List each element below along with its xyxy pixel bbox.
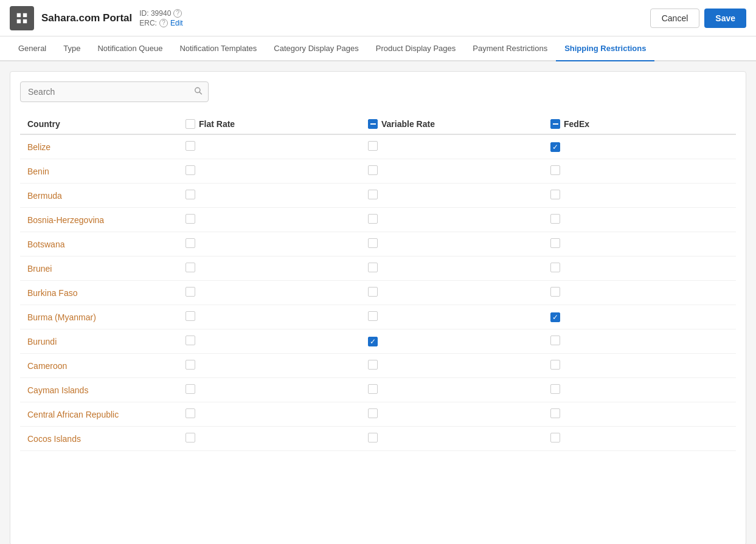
- tab-general[interactable]: General: [10, 36, 55, 61]
- fedex-select-all[interactable]: [550, 119, 560, 129]
- variable-rate-checkbox[interactable]: [368, 384, 378, 394]
- variable-rate-checkbox[interactable]: [368, 360, 378, 370]
- fedex-checkbox[interactable]: [550, 214, 560, 224]
- variable-rate-checkbox[interactable]: [368, 190, 378, 199]
- col-header-fedex: FedEx: [543, 114, 736, 134]
- col-header-variable-rate: Variable Rate: [361, 114, 543, 134]
- tab-category-display[interactable]: Category Display Pages: [265, 36, 367, 61]
- edit-link[interactable]: Edit: [170, 19, 183, 27]
- svg-rect-1: [23, 13, 27, 16]
- flat-rate-checkbox[interactable]: [186, 190, 195, 199]
- flat-rate-cell: [178, 281, 361, 305]
- search-icon: [194, 87, 203, 97]
- table-row: Benin: [20, 159, 736, 184]
- fedex-cell: [543, 354, 736, 378]
- search-box: [20, 81, 209, 102]
- variable-rate-select-all[interactable]: [368, 119, 378, 129]
- flat-rate-cell: [178, 257, 361, 281]
- erc-help-icon[interactable]: ?: [159, 19, 168, 27]
- fedex-cell: [543, 184, 736, 208]
- variable-rate-checkbox[interactable]: [368, 287, 378, 297]
- fedex-checkbox[interactable]: [550, 190, 560, 199]
- variable-rate-checkbox[interactable]: [368, 433, 378, 442]
- flat-rate-cell: [178, 184, 361, 208]
- variable-rate-checkbox[interactable]: [368, 141, 378, 151]
- shipping-restrictions-table: Country Flat Rate Variable Rate: [20, 114, 736, 451]
- portal-icon: [10, 6, 34, 30]
- flat-rate-checkbox[interactable]: [186, 384, 195, 394]
- flat-rate-checkbox[interactable]: [186, 433, 195, 442]
- flat-rate-select-all[interactable]: [186, 119, 195, 129]
- country-cell: Burma (Myanmar): [20, 305, 178, 329]
- fedex-cell: [543, 257, 736, 281]
- table-row: Botswana: [20, 232, 736, 257]
- tab-product-display[interactable]: Product Display Pages: [367, 36, 465, 61]
- country-cell: Bermuda: [20, 184, 178, 208]
- variable-rate-checkbox[interactable]: [368, 238, 378, 248]
- fedex-checkbox[interactable]: [550, 360, 560, 370]
- fedex-checkbox[interactable]: [550, 165, 560, 175]
- id-help-icon[interactable]: ?: [173, 9, 182, 18]
- flat-rate-checkbox[interactable]: [186, 165, 195, 175]
- fedex-cell: [543, 427, 736, 451]
- variable-rate-checkbox[interactable]: [368, 408, 378, 418]
- erc-label: ERC:: [139, 19, 157, 27]
- tab-notification-templates[interactable]: Notification Templates: [171, 36, 265, 61]
- fedex-checkbox[interactable]: [550, 238, 560, 248]
- fedex-checkbox[interactable]: [550, 312, 560, 322]
- flat-rate-checkbox[interactable]: [186, 287, 195, 297]
- variable-rate-checkbox[interactable]: [368, 263, 378, 272]
- fedex-checkbox[interactable]: [550, 287, 560, 297]
- variable-rate-cell: [361, 354, 543, 378]
- col-header-country: Country: [20, 114, 178, 134]
- tab-shipping-restrictions[interactable]: Shipping Restrictions: [556, 36, 654, 61]
- tab-payment-restrictions[interactable]: Payment Restrictions: [464, 36, 556, 61]
- flat-rate-checkbox[interactable]: [186, 141, 195, 151]
- flat-rate-cell: [178, 378, 361, 402]
- svg-rect-2: [17, 19, 21, 22]
- fedex-checkbox[interactable]: [550, 384, 560, 394]
- fedex-checkbox[interactable]: [550, 263, 560, 272]
- flat-rate-cell: [178, 402, 361, 427]
- variable-rate-cell: [361, 184, 543, 208]
- variable-rate-checkbox[interactable]: [368, 311, 378, 321]
- fedex-checkbox[interactable]: [550, 408, 560, 418]
- flat-rate-checkbox[interactable]: [186, 263, 195, 272]
- table-row: Burundi: [20, 329, 736, 354]
- country-cell: Benin: [20, 159, 178, 184]
- flat-rate-checkbox[interactable]: [186, 360, 195, 370]
- flat-rate-checkbox[interactable]: [186, 214, 195, 224]
- fedex-cell: [543, 378, 736, 402]
- fedex-checkbox[interactable]: [550, 336, 560, 345]
- header: Sahara.com Portal ID: 39940 ? ERC: ? Edi…: [0, 0, 756, 36]
- fedex-checkbox[interactable]: [550, 142, 560, 152]
- flat-rate-cell: [178, 159, 361, 184]
- variable-rate-cell: [361, 329, 543, 354]
- tab-type[interactable]: Type: [55, 36, 89, 61]
- flat-rate-checkbox[interactable]: [186, 408, 195, 418]
- tab-notification-queue[interactable]: Notification Queue: [89, 36, 171, 61]
- header-title: Sahara.com Portal: [41, 12, 132, 24]
- content-area: Country Flat Rate Variable Rate: [10, 71, 746, 544]
- fedex-cell: [543, 232, 736, 257]
- table-row: Cocos Islands: [20, 427, 736, 451]
- id-label: ID: 39940: [139, 9, 171, 18]
- fedex-cell: [543, 281, 736, 305]
- variable-rate-checkbox[interactable]: [368, 165, 378, 175]
- variable-rate-checkbox[interactable]: [368, 337, 378, 346]
- flat-rate-checkbox[interactable]: [186, 238, 195, 248]
- fedex-cell: [543, 329, 736, 354]
- variable-rate-cell: [361, 427, 543, 451]
- variable-rate-checkbox[interactable]: [368, 214, 378, 224]
- variable-rate-cell: [361, 208, 543, 232]
- country-cell: Belize: [20, 134, 178, 159]
- save-button[interactable]: Save: [704, 9, 746, 28]
- search-input[interactable]: [20, 81, 209, 102]
- flat-rate-checkbox[interactable]: [186, 336, 195, 345]
- fedex-checkbox[interactable]: [550, 433, 560, 442]
- fedex-cell: [543, 208, 736, 232]
- svg-rect-0: [17, 13, 21, 16]
- flat-rate-checkbox[interactable]: [186, 311, 195, 321]
- col-header-flat-rate: Flat Rate: [178, 114, 361, 134]
- cancel-button[interactable]: Cancel: [650, 9, 700, 28]
